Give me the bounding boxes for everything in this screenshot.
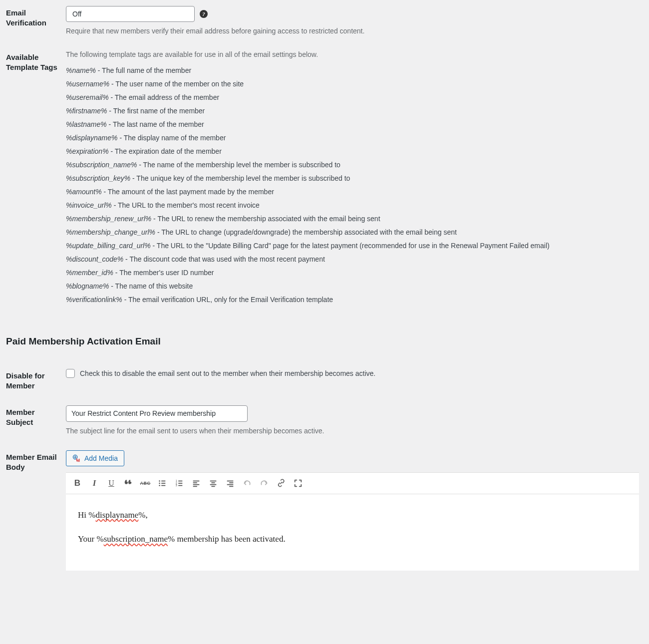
template-tag-item: %expiration% - The expiration date of th… [66,146,639,157]
template-tag-item: %subscription_key% - The unique key of t… [66,173,639,184]
member-subject-desc: The subject line for the email sent to u… [66,426,639,436]
template-tag-item: %firstname% - The first name of the memb… [66,106,639,116]
bullet-list-button[interactable] [155,476,170,491]
template-tag-item: %subscription_name% - The name of the me… [66,160,639,170]
svg-rect-21 [227,480,234,481]
template-tag-item: %verificationlink% - The email verificat… [66,295,639,305]
svg-rect-12 [178,485,182,486]
link-button[interactable] [274,476,289,491]
blockquote-button[interactable] [121,476,136,491]
template-tag-item: %update_billing_card_url% - The URL to t… [66,241,639,251]
svg-rect-15 [193,484,200,485]
template-tag-item: %amount% - The amount of the last paymen… [66,187,639,197]
align-left-button[interactable] [189,476,204,491]
media-icon [72,454,80,462]
align-center-button[interactable] [206,476,221,491]
fullscreen-button[interactable] [291,476,306,491]
svg-rect-14 [193,482,197,483]
undo-button[interactable] [240,476,255,491]
member-subject-label: Member Subject [6,405,66,428]
svg-rect-24 [229,486,233,487]
disable-for-member-checkbox[interactable] [66,369,75,378]
underline-button[interactable]: U [104,476,119,491]
svg-point-1 [159,480,160,482]
member-email-body-label: Member Email Body [6,450,66,473]
template-tag-item: %useremail% - The email address of the m… [66,92,639,103]
template-tag-item: %name% - The full name of the member [66,65,639,76]
template-tag-item: %membership_renew_url% - The URL to rene… [66,214,639,224]
email-verification-desc: Require that new members verify their em… [66,26,639,36]
svg-rect-4 [161,483,165,484]
section-heading: Paid Membership Activation Email [6,336,639,347]
rich-text-editor: B I U ABC 123 [66,472,639,571]
svg-rect-6 [161,485,165,486]
svg-rect-8 [178,480,182,481]
editor-line-2: Your %subscription_name% membership has … [78,532,627,547]
template-tag-item: %blogname% - The name of this website [66,281,639,292]
strikethrough-button[interactable]: ABC [138,476,153,491]
svg-rect-20 [211,486,215,487]
help-icon[interactable]: ? [200,10,208,18]
svg-rect-13 [193,480,200,481]
template-tag-item: %member_id% - The member's user ID numbe… [66,268,639,278]
template-tag-item: %lastname% - The last name of the member [66,119,639,130]
template-tag-item: %invoice_url% - The URL to the member's … [66,200,639,211]
svg-rect-2 [161,480,165,481]
add-media-label: Add Media [84,454,118,462]
svg-rect-23 [227,484,234,485]
svg-rect-18 [211,482,215,483]
template-tag-item: %displayname% - The display name of the … [66,133,639,143]
editor-line-1: Hi %displayname%, [78,508,627,523]
template-tags-list: %name% - The full name of the member%use… [66,65,639,305]
svg-point-3 [159,482,160,484]
svg-rect-16 [193,486,197,487]
svg-text:3: 3 [176,484,177,487]
template-tag-item: %discount_code% - The discount code that… [66,254,639,265]
svg-rect-19 [210,484,217,485]
member-subject-input[interactable] [66,405,248,422]
template-tag-item: %username% - The user name of the member… [66,79,639,89]
numbered-list-button[interactable]: 123 [172,476,187,491]
svg-rect-17 [210,480,217,481]
disable-for-member-label: Disable for Member [6,369,66,391]
bold-button[interactable]: B [70,476,85,491]
template-tags-label: Available Template Tags [6,50,66,73]
add-media-button[interactable]: Add Media [66,450,124,466]
editor-toolbar: B I U ABC 123 [66,473,639,494]
disable-for-member-desc: Check this to disable the email sent out… [80,369,375,377]
email-verification-select[interactable]: Off [66,6,195,22]
editor-content[interactable]: Hi %displayname%, Your %subscription_nam… [66,494,639,571]
align-right-button[interactable] [223,476,238,491]
template-tags-intro: The following template tags are availabl… [66,50,639,58]
svg-point-5 [159,485,160,486]
redo-button[interactable] [257,476,272,491]
email-verification-label: Email Verification [6,6,66,28]
template-tag-item: %membership_change_url% - The URL to cha… [66,227,639,238]
svg-rect-10 [178,483,182,484]
italic-button[interactable]: I [87,476,102,491]
svg-rect-22 [229,482,233,483]
